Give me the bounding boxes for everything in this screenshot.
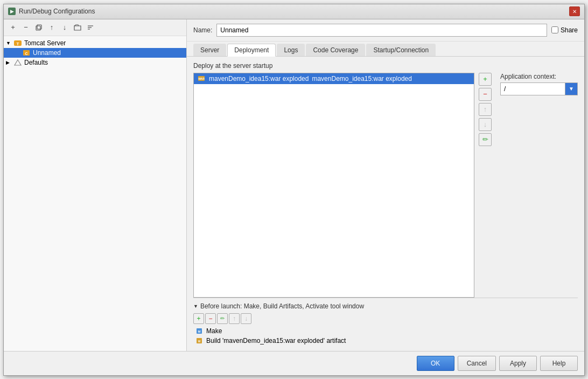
add-config-button[interactable]: + [7, 22, 19, 33]
app-context-input[interactable] [500, 82, 565, 95]
edit-before-launch-button[interactable]: ✏ [217, 313, 228, 324]
tab-code-coverage[interactable]: Code Coverage [306, 44, 365, 56]
help-button[interactable]: Help [540, 356, 578, 371]
add-before-launch-button[interactable]: + [193, 313, 204, 324]
move-before-launch-down-button[interactable]: ↓ [241, 313, 251, 324]
before-launch-title: Before launch: Make, Build Artifacts, Ac… [200, 302, 364, 310]
move-artifact-up-button[interactable]: ↑ [479, 103, 492, 116]
tree-node-defaults[interactable]: ▶ Defaults [4, 58, 186, 67]
deploy-section: Deploy at the server startup WAR [193, 62, 578, 298]
svg-rect-1 [37, 25, 41, 29]
title-bar: ▶ Run/Debug Configurations ✕ [4, 4, 584, 19]
app-context-input-row: ▼ [500, 82, 578, 95]
move-up-button[interactable]: ↑ [46, 22, 58, 33]
ok-button[interactable]: OK [417, 356, 454, 371]
svg-text:WAR: WAR [198, 77, 205, 80]
app-context-dropdown-button[interactable]: ▼ [565, 82, 578, 95]
unnamed-config-icon: C [22, 49, 31, 57]
run-debug-configurations-dialog: ▶ Run/Debug Configurations ✕ + − ↑ ↓ [3, 4, 585, 376]
before-launch-item-make[interactable]: M Make [193, 326, 578, 336]
before-launch-header: ▼ Before launch: Make, Build Artifacts, … [193, 301, 578, 311]
left-panel: + − ↑ ↓ ▼ [4, 19, 187, 351]
share-row: Share [551, 26, 578, 34]
tab-server[interactable]: Server [193, 44, 226, 56]
before-launch-list: M Make W Buil [193, 326, 578, 346]
right-panel: Name: Share Server Deployment Logs [187, 19, 584, 351]
svg-text:T: T [17, 42, 19, 46]
apply-button[interactable]: Apply [499, 356, 537, 371]
dialog-title: Run/Debug Configurations [19, 8, 95, 15]
title-bar-left: ▶ Run/Debug Configurations [8, 8, 95, 15]
tab-deployment[interactable]: Deployment [227, 44, 276, 57]
tomcat-server-label: Tomcat Server [24, 39, 66, 47]
make-label: Make [206, 327, 222, 335]
svg-marker-9 [15, 60, 21, 65]
tabs-row: Server Deployment Logs Code Coverage Sta… [187, 42, 584, 57]
share-label: Share [561, 26, 578, 34]
name-row: Name: Share [187, 19, 584, 42]
artifact-build-icon: W [195, 337, 203, 344]
config-tree[interactable]: ▼ T Tomcat Server [4, 36, 186, 351]
remove-before-launch-button[interactable]: − [205, 313, 216, 324]
add-artifact-button[interactable]: + [479, 73, 492, 86]
tree-node-unnamed[interactable]: C Unnamed [4, 48, 186, 58]
svg-text:W: W [198, 340, 201, 343]
tomcat-icon: T [13, 39, 22, 47]
artifact-build-label: Build 'mavenDemo_idea15:war exploded' ar… [206, 337, 346, 344]
defaults-icon [13, 59, 22, 66]
folder-button[interactable] [72, 22, 83, 33]
deploy-list-item[interactable]: WAR mavenDemo_idea15:war exploded mavenD… [194, 73, 474, 84]
move-artifact-down-button[interactable]: ↓ [479, 118, 492, 131]
sort-button[interactable] [85, 22, 96, 33]
app-context-label: Application context: [500, 73, 578, 80]
tomcat-arrow: ▼ [6, 40, 13, 46]
deploy-at-startup-label: Deploy at the server startup [193, 62, 578, 70]
before-launch-toolbar: + − ✏ ↑ ↓ [193, 313, 578, 324]
remove-config-button[interactable]: − [20, 22, 32, 33]
bottom-bar: OK Cancel Apply Help [4, 351, 584, 375]
before-launch-section: ▼ Before launch: Make, Build Artifacts, … [193, 298, 578, 346]
svg-text:M: M [198, 330, 201, 333]
svg-text:C: C [25, 52, 27, 56]
tab-logs[interactable]: Logs [277, 44, 305, 56]
dialog-icon: ▶ [8, 8, 16, 15]
tree-node-tomcat-server[interactable]: ▼ T Tomcat Server [4, 38, 186, 48]
name-input[interactable] [216, 24, 547, 37]
artifact-icon: WAR [197, 75, 206, 82]
name-label: Name: [193, 26, 212, 34]
dialog-content: + − ↑ ↓ ▼ [4, 19, 584, 351]
tab-deployment-content: Deploy at the server startup WAR [187, 57, 584, 351]
unnamed-label: Unnamed [33, 49, 61, 57]
deploy-row: WAR mavenDemo_idea15:war exploded mavenD… [193, 73, 578, 298]
share-checkbox[interactable] [551, 26, 558, 33]
defaults-arrow: ▶ [6, 60, 13, 65]
before-launch-item-artifact[interactable]: W Build 'mavenDemo_idea15:war exploded' … [193, 336, 578, 346]
close-button[interactable]: ✕ [569, 6, 580, 16]
move-down-button[interactable]: ↓ [59, 22, 71, 33]
edit-artifact-button[interactable]: ✏ [479, 133, 492, 146]
left-toolbar: + − ↑ ↓ [4, 19, 186, 36]
svg-rect-0 [36, 26, 40, 30]
before-launch-arrow: ▼ [193, 304, 198, 309]
tab-startup-connection[interactable]: Startup/Connection [366, 44, 436, 56]
make-icon: M [195, 327, 203, 335]
cancel-button[interactable]: Cancel [458, 356, 496, 371]
deploy-list[interactable]: WAR mavenDemo_idea15:war exploded mavenD… [193, 73, 474, 298]
remove-artifact-button[interactable]: − [479, 88, 492, 101]
copy-config-button[interactable] [33, 22, 45, 33]
deploy-list-buttons: + − ↑ ↓ ✏ [479, 73, 492, 298]
deploy-item-label: mavenDemo_idea15:war exploded [209, 75, 309, 82]
app-context-section: Application context: ▼ [500, 73, 578, 298]
defaults-label: Defaults [24, 59, 48, 66]
move-before-launch-up-button[interactable]: ↑ [229, 313, 240, 324]
